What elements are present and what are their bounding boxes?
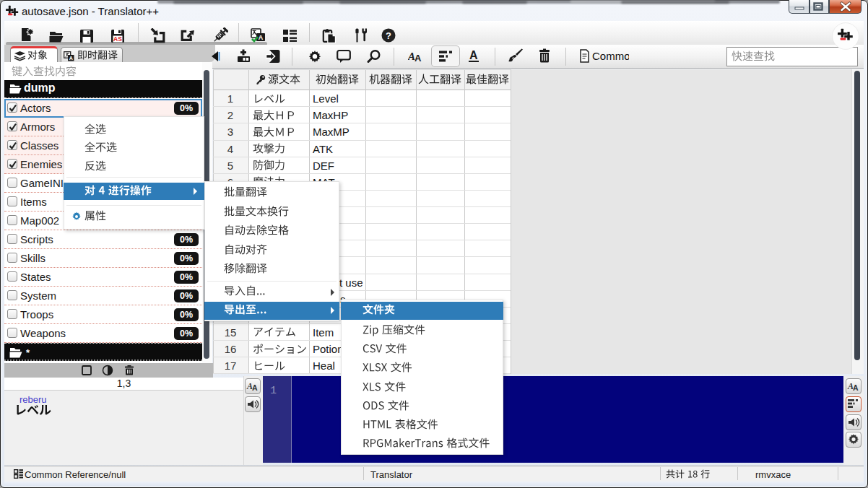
svg-text:A: A (853, 383, 859, 392)
svg-text:AS: AS (113, 35, 122, 43)
svg-text:A: A (469, 49, 478, 61)
svg-text:A: A (259, 34, 264, 41)
svg-text:A: A (252, 383, 258, 392)
svg-text:A: A (415, 53, 422, 64)
svg-text:?: ? (386, 30, 391, 41)
svg-text:A: A (69, 56, 73, 61)
